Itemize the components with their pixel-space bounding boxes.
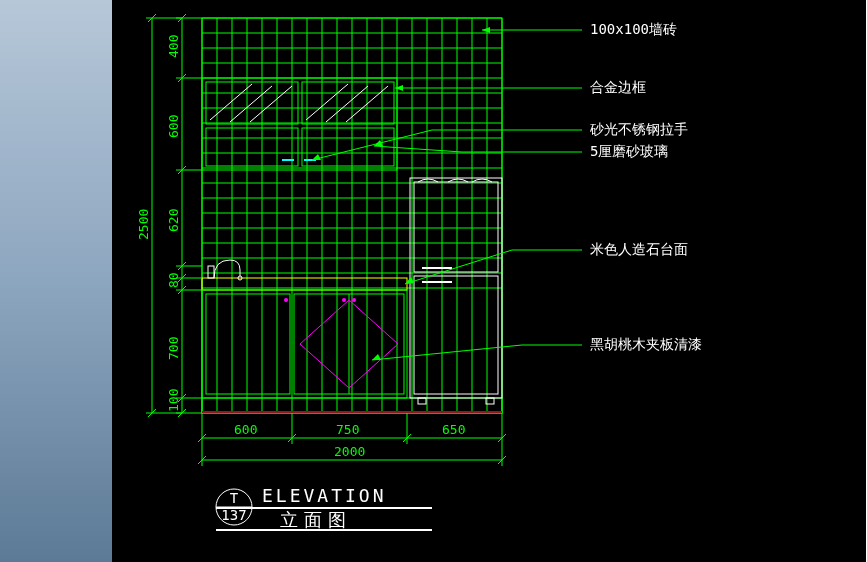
title-block: T 137 ELEVATION 立面图 (216, 485, 432, 530)
cad-drawing-canvas: 2500 400 600 620 80 700 100 600 750 650 … (112, 0, 866, 562)
refrigerator (410, 178, 502, 404)
svg-rect-15 (202, 290, 407, 398)
label-glass: 5厘磨砂玻璃 (590, 143, 668, 159)
svg-marker-66 (395, 85, 403, 91)
svg-marker-69 (312, 154, 321, 160)
dim-h-kick: 100 (166, 389, 181, 412)
dim-total-width: 2000 (334, 444, 365, 459)
tile-grid (202, 18, 502, 413)
faucet (208, 260, 242, 280)
svg-marker-78 (372, 354, 381, 360)
svg-line-6 (230, 86, 272, 122)
sheet-code-bottom: 137 (221, 507, 246, 523)
svg-rect-27 (418, 398, 426, 404)
svg-line-70 (374, 146, 462, 152)
dim-h-cab: 600 (166, 115, 181, 138)
title-cn: 立面图 (280, 509, 352, 530)
svg-marker-64 (482, 27, 490, 33)
dim-w-right: 650 (442, 422, 465, 437)
label-frame: 合金边框 (590, 79, 646, 95)
svg-line-5 (210, 84, 252, 120)
svg-line-67 (312, 130, 432, 160)
dim-total-height: 2500 (136, 209, 151, 240)
svg-line-8 (306, 84, 348, 120)
label-tile: 100x100墙砖 (590, 21, 677, 37)
label-handle: 砂光不锈钢拉手 (589, 121, 688, 137)
svg-point-21 (284, 298, 288, 302)
dim-w-mid: 750 (336, 422, 359, 437)
dim-w-left: 600 (234, 422, 257, 437)
dim-h-counter: 80 (166, 272, 181, 288)
label-counter: 米色人造石台面 (590, 241, 688, 257)
upper-cabinet-block (202, 78, 397, 170)
dim-h-top: 400 (166, 35, 181, 58)
title-en: ELEVATION (262, 485, 387, 506)
svg-rect-14 (208, 266, 214, 278)
svg-point-20 (352, 298, 356, 302)
svg-line-73 (405, 250, 512, 284)
app-gradient-sidebar (0, 0, 120, 562)
label-panel: 黑胡桃木夹板清漆 (590, 336, 702, 352)
base-cabinets (202, 290, 407, 398)
dim-h-gap: 620 (166, 209, 181, 232)
dim-h-base: 700 (166, 337, 181, 360)
sheet-code-top: T (230, 490, 239, 506)
svg-point-19 (342, 298, 346, 302)
svg-line-7 (250, 86, 292, 122)
svg-line-9 (326, 86, 368, 122)
